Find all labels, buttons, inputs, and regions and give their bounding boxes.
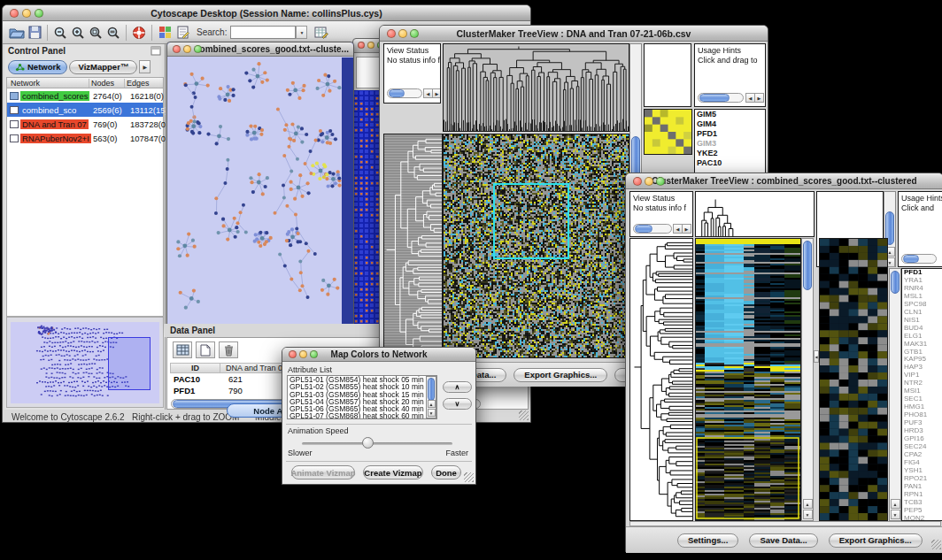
main-resize-grip[interactable] [519,410,529,420]
tv1-gene-label[interactable]: YKE2 [695,149,765,158]
scroll-down-icon[interactable] [891,510,900,519]
tv1-status-hscrollbar[interactable] [387,88,422,98]
close-button[interactable] [289,350,297,358]
tv2-gene-label[interactable]: HAP3 [902,364,942,372]
animate-vizmap-button[interactable]: Animate Vizmap [291,465,355,479]
tv2-gene-label[interactable]: MAK31 [902,341,942,349]
zoom-in-icon[interactable] [69,24,87,42]
tv1-gene-label[interactable]: PFD1 [695,129,765,139]
close-button[interactable] [358,42,365,49]
tv2-hints-hscrollbar[interactable] [901,254,937,264]
tv2-array-dendrogram-canvas[interactable] [696,192,814,236]
treeview2-titlebar[interactable]: ClusterMaker TreeView : combined_scores_… [626,173,942,189]
tv2-button[interactable]: Settings... [677,533,738,548]
dialog-titlebar[interactable]: Map Colors to Network [282,348,475,362]
tv2-gene-label[interactable]: TCB3 [902,499,942,507]
close-button[interactable] [387,29,396,38]
tv2-array-dendrogram[interactable] [695,191,815,237]
minimize-button[interactable] [22,9,31,18]
speed-slider-track[interactable] [302,442,452,445]
zoom-button[interactable] [410,29,419,38]
tv2-gene-label[interactable]: CLN1 [902,309,942,317]
tv2-gene-label[interactable]: PAN1 [902,483,942,491]
network-row[interactable]: combined_sco 2569(6) 13112(15) [7,103,163,117]
dialog-resize-grip[interactable] [464,472,474,482]
network-row[interactable]: DNA and Tran 07 769(0) 183728(0) [7,117,163,131]
network-list[interactable]: combined_scores 2764(0) 16218(0) combine… [6,88,164,317]
attribute-list-vscrollbar[interactable] [426,376,436,418]
tv1-heatmap[interactable] [443,134,629,358]
tv2-gene-label[interactable]: ELG1 [902,333,942,341]
tv2-gene-label[interactable]: PUF3 [902,419,942,427]
annotation-icon[interactable] [174,24,191,42]
delete-attribute-icon[interactable] [219,341,238,358]
tv2-gene-dendrogram-canvas[interactable] [630,239,692,520]
tv1-selection-matrix[interactable] [644,109,692,155]
tv2-resize-grip[interactable] [931,540,941,549]
tv1-heatmap-canvas[interactable] [444,134,629,357]
zoom-fit-icon[interactable] [104,24,122,42]
tv1-gene-label[interactable]: GIM3 [695,139,765,149]
done-button[interactable]: Done [431,465,461,479]
help-lifesaver-icon[interactable] [130,24,148,42]
table-mode-icon[interactable] [173,341,192,358]
close-button[interactable] [173,45,181,53]
minimize-button[interactable] [398,29,407,38]
tv2-gene-label[interactable]: MON2 [902,515,942,521]
speed-slider-thumb[interactable] [362,437,374,449]
vizmapper-icon[interactable] [156,24,174,42]
zoom-button[interactable] [310,350,318,358]
new-attribute-icon[interactable] [196,341,215,358]
network-canvas[interactable] [168,58,342,326]
tv2-gene-label[interactable]: SEC24 [902,443,942,451]
tv1-gene-label[interactable]: GIM4 [695,119,765,129]
save-icon[interactable] [26,24,43,42]
tv2-gene-list[interactable]: PFD1YRA1RNR4MSL1SPC98CLN1NIS1BUD4ELG1MAK… [901,268,942,521]
tv2-gene-label[interactable]: FIG4 [902,459,942,467]
zoom-selected-icon[interactable] [87,24,104,42]
tv1-array-dendrogram-canvas[interactable] [444,44,629,131]
search-input[interactable] [230,26,296,39]
tv2-gene-label[interactable]: YSH1 [902,467,942,475]
tv2-gene-label[interactable]: HMG1 [902,403,942,411]
tv2-button[interactable]: Export Graphics... [829,533,923,548]
tv1-gene-dendrogram-canvas[interactable] [384,134,442,357]
tv2-heatmap-vscrollbar[interactable] [801,238,814,521]
tv2-heatmap[interactable] [695,238,801,521]
scroll-down-icon[interactable] [803,510,813,519]
tv2-zoom-heatmap-canvas[interactable] [820,239,887,520]
network-row[interactable]: combined_scores 2764(0) 16218(0) [7,88,163,103]
move-up-button[interactable]: ∧ [443,381,472,393]
tv2-gene-label[interactable]: RPN1 [902,491,942,499]
tv2-button[interactable]: Save Data... [749,533,817,548]
tv2-gene-label[interactable]: RPO21 [902,475,942,483]
zoom-button[interactable] [35,9,43,18]
scroll-right-icon[interactable] [754,93,764,103]
attribute-item[interactable]: GPL51-07 (GSM868) heat shock 60 min [288,412,436,419]
tv2-gene-label[interactable]: GTB1 [902,349,942,357]
treeview1-titlebar[interactable]: ClusterMaker TreeView : DNA and Tran 07-… [380,26,768,42]
tv2-gene-dendrogram[interactable] [629,238,693,521]
birdseye-viewport[interactable] [108,337,151,390]
tv2-heatmap-canvas[interactable] [696,239,800,520]
tv1-gene-label[interactable]: GIM5 [695,110,765,119]
zoom-button[interactable] [194,45,202,53]
attribute-browser-icon[interactable] [313,24,330,42]
tv2-gene-label[interactable]: RNR4 [902,285,942,293]
network-row[interactable]: RNAPuberNov2+I 563(0) 107847(0) [7,131,163,145]
tv1-gene-dendrogram[interactable] [383,134,443,358]
open-file-icon[interactable] [8,24,26,42]
scroll-up-icon[interactable] [428,400,436,408]
tab-vizmapper[interactable]: VizMapper™ [69,60,137,74]
birdseye-view[interactable] [6,317,164,408]
tv2-genes-vscrollbar[interactable] [889,268,901,521]
tv2-gene-label[interactable]: BUD4 [902,325,942,333]
tv1-selection-matrix-canvas[interactable] [645,110,691,154]
close-button[interactable] [10,9,19,18]
tab-overflow-arrow[interactable]: ▶ [139,60,151,73]
tv2-gene-label[interactable]: PFD1 [902,269,942,277]
tv2-gene-label[interactable]: NTR2 [902,380,942,387]
minimize-button[interactable] [645,177,653,186]
tv2-gene-label[interactable]: MSI1 [902,387,942,395]
tv1-hints-hscrollbar[interactable] [698,93,744,103]
